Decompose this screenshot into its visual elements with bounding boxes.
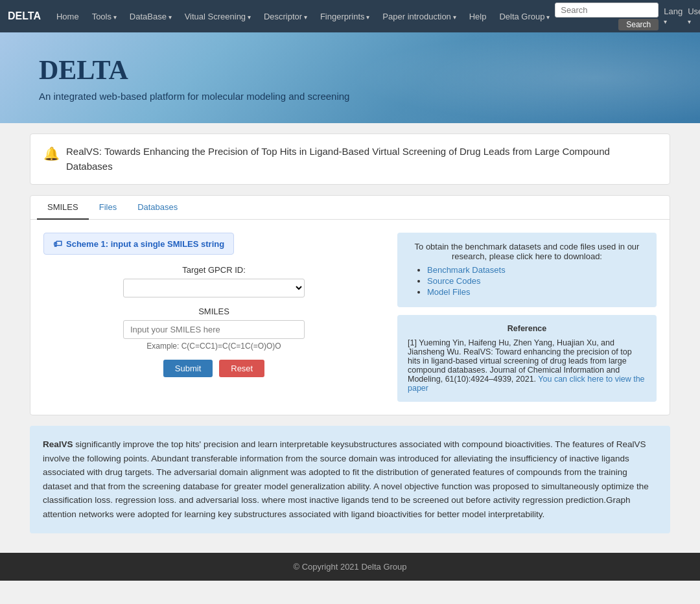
nav-database[interactable]: DataBase: [124, 9, 177, 24]
navbar: DELTA Home Tools DataBase Vitual Screeni…: [0, 0, 700, 32]
hero-subtitle: An integrated web-based platform for mol…: [39, 91, 349, 102]
search-box: Search: [555, 3, 659, 30]
desc-text: significantly improve the top hits' prec…: [43, 439, 649, 519]
nav-help[interactable]: Help: [464, 9, 492, 24]
tab-smiles[interactable]: SMILES: [37, 196, 89, 220]
paper-title: RealVS: Towards Enhancing the Precision …: [66, 145, 657, 174]
model-link[interactable]: Model Files: [427, 287, 470, 297]
link-source: Source Codes: [427, 276, 646, 286]
nav-delta-group[interactable]: Delta Group: [494, 9, 555, 24]
reference-box: Reference [1] Yueming Yin, Haifeng Hu, Z…: [397, 315, 657, 402]
hero-section: DELTA An integrated web-based platform f…: [0, 32, 700, 123]
nav-virtual-screening[interactable]: Vitual Screening: [180, 9, 256, 24]
main-content: 🔔 RealVS: Towards Enhancing the Precisio…: [19, 134, 681, 533]
tabs-card: SMILES Files Databases 🏷 Scheme 1: input…: [30, 195, 670, 415]
right-panel: To obtain the benchmark datasets and cod…: [397, 233, 657, 402]
user-dropdown[interactable]: User: [688, 6, 700, 26]
info-box: To obtain the benchmark datasets and cod…: [397, 233, 657, 307]
benchmark-link[interactable]: Benchmark Datasets: [427, 265, 506, 275]
info-box-text: To obtain the benchmark datasets and cod…: [408, 242, 646, 261]
source-link[interactable]: Source Codes: [427, 276, 480, 286]
scheme-badge-icon: 🏷: [53, 238, 62, 249]
reset-button[interactable]: Reset: [219, 360, 264, 377]
scheme-badge: 🏷 Scheme 1: input a single SMILES string: [43, 233, 234, 255]
footer: © Copyright 2021 Delta Group: [0, 553, 700, 581]
hero-title: DELTA: [39, 54, 128, 86]
description-card: RealVS significantly improve the top hit…: [30, 426, 670, 533]
scheme-badge-label: Scheme 1: input a single SMILES string: [66, 239, 224, 249]
ref-text: [1] Yueming Yin, Haifeng Hu, Zhen Yang, …: [408, 338, 646, 393]
nav-fingerprints[interactable]: Fingerprints: [315, 9, 375, 24]
link-benchmark: Benchmark Datasets: [427, 265, 646, 275]
gpcr-group: Target GPCR ID:: [43, 265, 384, 297]
nav-tools[interactable]: Tools: [87, 9, 122, 24]
nav-items: Home Tools DataBase Vitual Screening Des…: [51, 9, 555, 24]
link-model: Model Files: [427, 287, 646, 297]
smiles-input[interactable]: [123, 320, 305, 339]
brand-logo[interactable]: DELTA: [8, 10, 41, 22]
smiles-group: SMILES Example: C(C=CC1)=C(C=1C(=O)O)O: [43, 307, 384, 351]
tabs-body: 🏷 Scheme 1: input a single SMILES string…: [30, 220, 670, 415]
footer-text: © Copyright 2021 Delta Group: [293, 562, 406, 572]
form-buttons: Submit Reset: [43, 360, 384, 377]
tabs-header: SMILES Files Databases: [30, 196, 670, 220]
nav-home[interactable]: Home: [51, 9, 84, 24]
info-box-links: Benchmark Datasets Source Codes Model Fi…: [408, 265, 646, 297]
gpcr-select[interactable]: [123, 279, 305, 297]
submit-button[interactable]: Submit: [163, 360, 213, 377]
gpcr-label: Target GPCR ID:: [43, 265, 384, 275]
search-button[interactable]: Search: [618, 19, 659, 30]
nav-right: Search Lang User: [555, 3, 700, 30]
nav-paper-intro[interactable]: Paper introduction: [377, 9, 461, 24]
desc-brand: RealVS: [43, 439, 73, 449]
left-panel: 🏷 Scheme 1: input a single SMILES string…: [43, 233, 384, 402]
tab-databases[interactable]: Databases: [127, 196, 188, 220]
smiles-example: Example: C(C=CC1)=C(C=1C(=O)O)O: [43, 342, 384, 351]
tab-files[interactable]: Files: [89, 196, 127, 220]
smiles-label: SMILES: [43, 307, 384, 316]
ref-title: Reference: [408, 324, 646, 333]
paper-icon: 🔔: [43, 146, 60, 161]
search-input[interactable]: [555, 3, 659, 17]
lang-dropdown[interactable]: Lang: [664, 6, 682, 26]
paper-title-card: 🔔 RealVS: Towards Enhancing the Precisio…: [30, 134, 670, 185]
nav-descriptor[interactable]: Descriptor: [259, 9, 312, 24]
